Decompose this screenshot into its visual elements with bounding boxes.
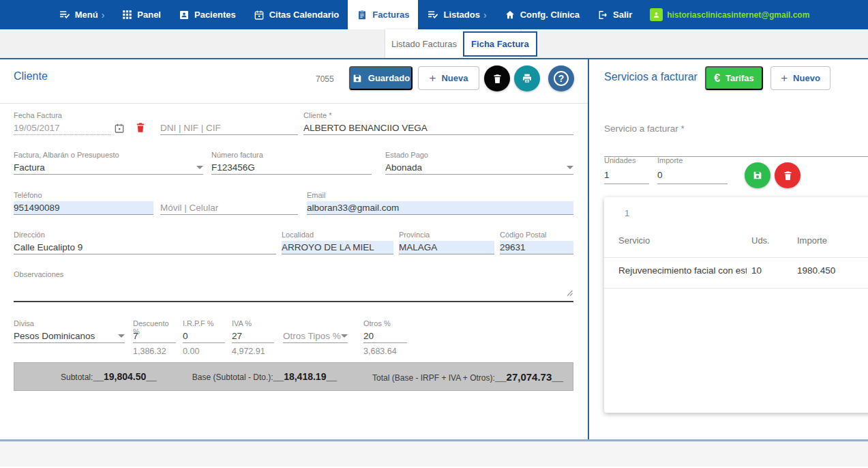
euro-icon: €: [714, 72, 720, 85]
delete-service-button[interactable]: [775, 162, 800, 188]
patient-card-icon: [179, 10, 190, 20]
trash-icon: [782, 170, 794, 181]
observaciones-field: [14, 276, 573, 302]
servicio-input[interactable]: [604, 143, 868, 156]
dropdown-arrow-icon: [196, 166, 203, 173]
help-icon: ?: [554, 71, 569, 86]
nav-item-panel[interactable]: Panel: [113, 0, 170, 29]
descuento-computed: 1,386.32: [133, 347, 166, 356]
col-header-importe: Importe: [797, 235, 827, 246]
calendar-small-icon: [114, 123, 125, 134]
nav-item-salir[interactable]: Salir: [588, 0, 641, 29]
divisa-select[interactable]: Divisa Pesos Dominicanos: [14, 319, 125, 343]
col-header-uds: Uds.: [751, 235, 770, 246]
user-icon: [650, 8, 663, 21]
tab-listado-facturas[interactable]: Listado Facturas: [385, 39, 463, 49]
iva-input[interactable]: [232, 330, 274, 342]
irpf-field: I.R.P.F %: [183, 319, 225, 343]
client-panel-title: Cliente: [14, 70, 48, 83]
codigo-postal-input[interactable]: [500, 241, 573, 254]
observaciones-textarea[interactable]: [14, 276, 573, 301]
localidad-field: Localidad: [282, 231, 393, 254]
irpf-input[interactable]: [183, 330, 225, 342]
tab-ficha-factura[interactable]: Ficha Factura: [463, 31, 537, 57]
new-invoice-button[interactable]: + Nueva: [418, 66, 479, 90]
table-divider: [604, 288, 868, 289]
save-service-button[interactable]: [745, 162, 770, 188]
delete-invoice-button[interactable]: [484, 65, 510, 91]
resize-handle-icon[interactable]: [566, 287, 573, 299]
email-input[interactable]: [307, 201, 573, 214]
tarifas-button[interactable]: € Tarifas: [705, 66, 763, 90]
print-button[interactable]: [514, 65, 540, 91]
unidades-field: Unidades: [604, 156, 649, 184]
movil-input[interactable]: [160, 201, 298, 214]
importe-field: Importe: [657, 156, 728, 184]
telefono-input[interactable]: [14, 201, 153, 214]
invoice-icon: [357, 10, 368, 20]
numero-factura-field: Número factura: [211, 151, 372, 175]
otros-field: Otros %: [363, 319, 407, 343]
irpf-computed: 0.00: [183, 347, 199, 356]
importe-input[interactable]: [657, 166, 728, 184]
help-button[interactable]: ?: [548, 65, 574, 91]
col-header-servicio: Servicio: [618, 235, 650, 246]
otros-computed: 3,683.64: [363, 347, 397, 356]
cell-uds: 10: [751, 265, 762, 276]
nav-item-confg-clinica[interactable]: Confg. Clínica: [496, 0, 588, 29]
save-icon: [352, 73, 363, 84]
fecha-factura-input[interactable]: [14, 121, 111, 134]
provincia-input[interactable]: [399, 241, 494, 254]
otros-input[interactable]: [363, 330, 407, 342]
movil-field: [160, 191, 298, 215]
totals-bar: Subtotal: __19,804.50__ Base (Subtotal -…: [14, 362, 573, 391]
nav-user-email[interactable]: historiasclinicasinternet@gmail.com: [641, 0, 818, 29]
telefono-field: Teléfono: [14, 191, 153, 215]
new-service-button[interactable]: + Nuevo: [770, 66, 830, 90]
cliente-input[interactable]: [303, 121, 573, 134]
date-picker-button[interactable]: [114, 123, 125, 134]
email-field: Email: [307, 191, 573, 215]
tipo-documento-select[interactable]: Factura, Albarán o Presupuesto Factura: [14, 151, 203, 175]
calendar-icon: [254, 10, 265, 20]
menu-lines-icon: [427, 9, 438, 20]
header-divider: [0, 103, 588, 104]
chevron-right-icon: ›: [483, 10, 487, 20]
descuento-field: Descuento %: [133, 319, 176, 343]
chevron-right-icon: ›: [102, 10, 105, 20]
estado-pago-select[interactable]: Estado Pago Abonada: [385, 151, 573, 175]
descuento-input[interactable]: [133, 330, 176, 342]
nav-item-facturas[interactable]: Facturas: [348, 0, 418, 29]
subtotal-label: Subtotal:: [61, 372, 93, 382]
otros-tipos-select[interactable]: Otros Tipos %: [283, 319, 348, 343]
direccion-input[interactable]: [14, 241, 276, 254]
unidades-input[interactable]: [604, 166, 649, 184]
base-value: __18,418.19__: [273, 371, 337, 382]
iva-computed: 4,972.91: [232, 347, 265, 356]
save-icon: [752, 170, 763, 181]
nav-item-menu[interactable]: Menú ›: [50, 0, 114, 29]
invoice-number: 7055: [316, 74, 334, 84]
dni-field: [160, 111, 298, 135]
plus-icon: +: [430, 72, 436, 85]
services-table-card: 1 Servicio Uds. Importe Rejuvenecimiento…: [604, 197, 868, 413]
printer-icon: [521, 72, 533, 85]
base-label: Base (Subtotal - Dto.):: [192, 372, 273, 382]
saved-button[interactable]: Guardado: [349, 66, 413, 90]
localidad-input[interactable]: [282, 241, 393, 254]
trash-icon: [492, 73, 503, 85]
servicio-field: Servicio a facturar *: [604, 123, 868, 157]
dropdown-arrow-icon: [118, 334, 125, 341]
table-page-number[interactable]: 1: [625, 208, 629, 218]
direccion-field: Dirección: [14, 231, 276, 254]
services-panel: Servicios a facturar € Tarifas + Nuevo S…: [589, 59, 868, 439]
numero-factura-input[interactable]: [211, 161, 372, 174]
iva-field: IVA %: [232, 319, 274, 343]
dropdown-arrow-icon: [341, 334, 348, 341]
nav-item-pacientes[interactable]: Pacientes: [170, 0, 245, 29]
home-icon: [505, 10, 515, 20]
nav-item-citas-calendario[interactable]: Citas Calendario: [245, 0, 348, 29]
nav-item-listados[interactable]: Listados ›: [418, 0, 495, 29]
dni-input[interactable]: [160, 121, 298, 134]
clear-date-button[interactable]: [134, 121, 147, 134]
